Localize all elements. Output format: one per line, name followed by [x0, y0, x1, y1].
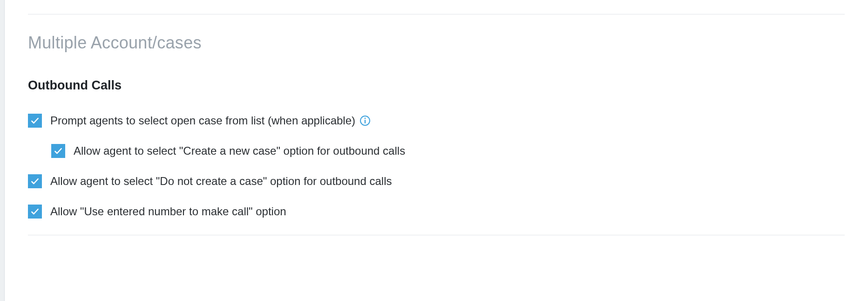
checkbox-allow-do-not-create-case[interactable]: [28, 174, 42, 188]
option-allow-use-entered-number: Allow "Use entered number to make call" …: [28, 205, 845, 219]
info-glyph-icon: [364, 117, 366, 124]
checkbox-prompt-select-open-case[interactable]: [28, 114, 42, 128]
svg-point-0: [365, 118, 366, 119]
subsection-title: Outbound Calls: [28, 78, 845, 93]
check-icon: [54, 146, 63, 156]
checkbox-allow-use-entered-number[interactable]: [28, 205, 42, 219]
settings-content: Multiple Account/cases Outbound Calls Pr…: [5, 0, 868, 235]
info-icon[interactable]: [360, 116, 370, 126]
option-allow-do-not-create-case: Allow agent to select "Do not create a c…: [28, 174, 845, 188]
option-prompt-select-open-case: Prompt agents to select open case from l…: [28, 114, 845, 128]
divider-top: [28, 14, 845, 14]
options-list: Prompt agents to select open case from l…: [28, 114, 845, 219]
option-label: Allow agent to select "Do not create a c…: [50, 175, 392, 188]
option-label: Prompt agents to select open case from l…: [50, 114, 355, 127]
left-panel-edge: [0, 0, 5, 301]
check-icon: [30, 116, 40, 125]
divider-bottom: [28, 235, 845, 235]
check-icon: [30, 207, 40, 216]
option-label: Allow "Use entered number to make call" …: [50, 205, 286, 218]
section-title: Multiple Account/cases: [28, 33, 845, 53]
svg-rect-1: [365, 120, 366, 123]
option-allow-create-new-case: Allow agent to select "Create a new case…: [28, 144, 845, 158]
checkbox-allow-create-new-case[interactable]: [51, 144, 65, 158]
option-label: Allow agent to select "Create a new case…: [74, 144, 405, 157]
check-icon: [30, 177, 40, 186]
